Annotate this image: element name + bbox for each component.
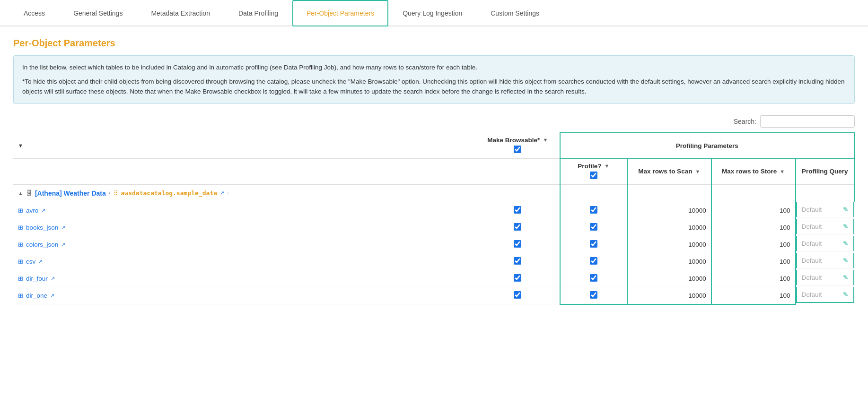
external-link-icon-1[interactable]: ↗	[61, 224, 65, 231]
edit-profiling-query-icon-2[interactable]: ✎	[843, 240, 849, 247]
entity-name[interactable]: [Athena] Weather Data	[35, 189, 106, 197]
edit-profiling-query-icon-4[interactable]: ✎	[843, 274, 849, 281]
profile-sort-icon[interactable]: ▼	[605, 163, 610, 169]
tab-access[interactable]: Access	[9, 0, 59, 26]
profile-checkbox-1[interactable]	[590, 223, 597, 231]
database-icon: 🗄	[26, 189, 32, 197]
info-line1: In the list below, select which tables t…	[22, 62, 846, 73]
search-input[interactable]	[760, 115, 855, 128]
table-icon-1: ⊞	[18, 224, 23, 231]
schema-name[interactable]: awsdatacatalog.sample_data	[121, 189, 218, 197]
tab-custom-settings[interactable]: Custom Settings	[476, 0, 553, 26]
make-browsable-cell-5	[476, 287, 560, 304]
page-title: Per-Object Parameters	[13, 38, 855, 49]
row-name-cell-0: ⊞ avro ↗	[13, 202, 476, 219]
profile-checkbox-5[interactable]	[590, 291, 597, 299]
make-browsable-cell-2	[476, 236, 560, 253]
max-rows-store-sort-icon[interactable]: ▼	[780, 169, 785, 174]
col-subheader-name	[13, 158, 476, 184]
table-name-link-2[interactable]: colors_json	[26, 241, 58, 248]
profiling-query-default-4: Default	[802, 274, 822, 281]
external-link-parent-icon[interactable]: ↗	[220, 190, 224, 196]
table-icon-3: ⊞	[18, 258, 23, 265]
external-link-icon-0[interactable]: ↗	[41, 207, 45, 214]
row-name-cell-5: ⊞ dir_one ↗	[13, 287, 476, 304]
table-row: ⊞ avro ↗ 10000 100 Default ✎	[13, 202, 854, 219]
table-icon-2: ⊞	[18, 241, 23, 248]
external-link-icon-2[interactable]: ↗	[61, 241, 65, 248]
make-browsable-sort-icon[interactable]: ▼	[543, 137, 548, 143]
profile-cell-2	[560, 236, 627, 253]
max-scan-cell-0: 10000	[627, 202, 711, 219]
sort-down-icon[interactable]: ▼	[18, 143, 23, 148]
edit-profiling-query-icon-1[interactable]: ✎	[843, 223, 849, 230]
edit-profiling-query-icon-3[interactable]: ✎	[843, 257, 849, 264]
per-object-table: ▼ Make Browsable* ▼ Profi	[13, 132, 855, 305]
edit-profiling-query-icon-0[interactable]: ✎	[843, 206, 849, 213]
table-row: ⊞ dir_four ↗ 10000 100 Default ✎	[13, 270, 854, 287]
col-subheader-profiling-query: Profiling Query	[796, 158, 854, 184]
table-name-link-1[interactable]: books_json	[26, 224, 58, 231]
make-browsable-checkbox-1[interactable]	[514, 223, 521, 231]
make-browsable-checkbox-5[interactable]	[514, 291, 521, 299]
profile-header-checkbox[interactable]	[590, 172, 597, 179]
parent-profile-cell	[560, 184, 627, 202]
parent-profiling-query-cell	[796, 184, 854, 202]
profiling-query-cell-2: Default ✎	[796, 236, 854, 251]
table-name-link-4[interactable]: dir_four	[26, 275, 48, 282]
table-name-link-3[interactable]: csv	[26, 258, 35, 265]
page-content: Per-Object Parameters In the list below,…	[0, 26, 868, 316]
max-store-cell-3: 100	[711, 253, 796, 270]
external-link-icon-5[interactable]: ↗	[50, 293, 54, 299]
profiling-query-cell-5: Default ✎	[796, 287, 854, 303]
max-rows-scan-sort-icon[interactable]: ▼	[695, 169, 700, 174]
profile-checkbox-0[interactable]	[590, 206, 597, 214]
table-body: ⊞ avro ↗ 10000 100 Default ✎ ⊞ book	[13, 202, 854, 304]
max-store-cell-2: 100	[711, 236, 796, 253]
table-icon-5: ⊞	[18, 292, 23, 299]
col-header-profiling-params: Profiling Parameters	[560, 133, 854, 159]
external-link-icon-3[interactable]: ↗	[38, 258, 43, 265]
profiling-query-default-3: Default	[802, 257, 822, 264]
collapse-icon[interactable]: ▲	[18, 190, 23, 196]
tab-metadata-extraction[interactable]: Metadata Extraction	[137, 0, 224, 26]
max-store-cell-4: 100	[711, 270, 796, 287]
make-browsable-header-checkbox[interactable]	[514, 146, 521, 153]
max-scan-cell-1: 10000	[627, 219, 711, 236]
search-row: Search:	[13, 115, 855, 128]
slash-separator: /	[109, 189, 111, 197]
profiling-query-cell-3: Default ✎	[796, 253, 854, 268]
max-scan-cell-2: 10000	[627, 236, 711, 253]
col-header-make-browsable: Make Browsable* ▼	[476, 133, 560, 159]
tab-query-log-ingestion[interactable]: Query Log Ingestion	[388, 0, 476, 26]
search-label: Search:	[734, 118, 756, 125]
tab-data-profiling[interactable]: Data Profiling	[224, 0, 292, 26]
profile-checkbox-4[interactable]	[590, 274, 597, 282]
edit-profiling-query-icon-5[interactable]: ✎	[843, 291, 849, 298]
make-browsable-checkbox-0[interactable]	[514, 206, 521, 214]
make-browsable-cell-1	[476, 219, 560, 236]
make-browsable-cell-0	[476, 202, 560, 219]
profile-cell-4	[560, 270, 627, 287]
profile-checkbox-2[interactable]	[590, 240, 597, 248]
profile-checkbox-3[interactable]	[590, 257, 597, 265]
tab-per-object-parameters[interactable]: Per-Object Parameters	[292, 0, 388, 26]
table-row: ⊞ books_json ↗ 10000 100 Default ✎	[13, 219, 854, 236]
make-browsable-checkbox-2[interactable]	[514, 240, 521, 248]
table-row: ⊞ csv ↗ 10000 100 Default ✎	[13, 253, 854, 270]
max-scan-cell-4: 10000	[627, 270, 711, 287]
row-name-cell-1: ⊞ books_json ↗	[13, 219, 476, 236]
colon-separator: :	[227, 189, 229, 197]
external-link-icon-4[interactable]: ↗	[51, 275, 55, 282]
make-browsable-checkbox-3[interactable]	[514, 257, 521, 265]
col-subheader-profile: Profile? ▼	[560, 158, 627, 184]
table-name-link-5[interactable]: dir_one	[26, 292, 47, 299]
profiling-query-default-1: Default	[802, 223, 822, 230]
make-browsable-cell-4	[476, 270, 560, 287]
make-browsable-checkbox-4[interactable]	[514, 274, 521, 282]
tab-general-settings[interactable]: General Settings	[59, 0, 137, 26]
table-name-link-0[interactable]: avro	[26, 207, 38, 214]
col-subheader-make-browsable	[476, 158, 560, 184]
max-scan-cell-5: 10000	[627, 287, 711, 304]
profiling-query-default-2: Default	[802, 240, 822, 247]
